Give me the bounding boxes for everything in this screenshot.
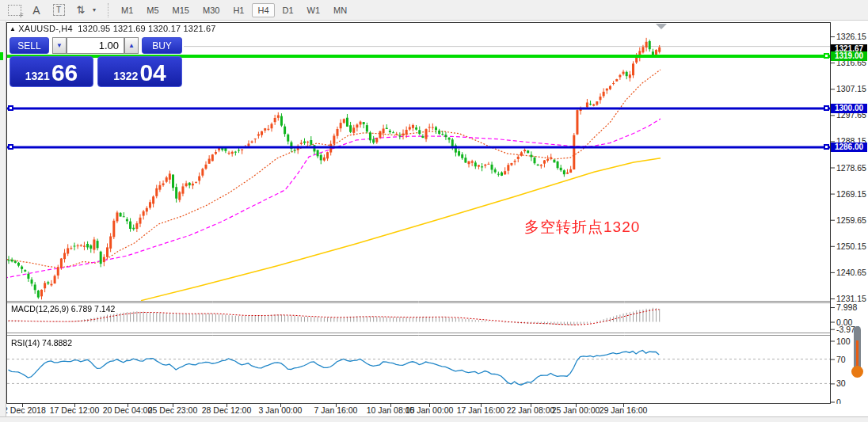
timeframe-button-d1[interactable]: D1: [277, 3, 299, 17]
buy-price-big: 04: [139, 59, 166, 86]
volume-increase-button[interactable]: ▲: [124, 37, 139, 54]
buy-price-box[interactable]: 1322 04: [97, 56, 182, 87]
toolbar-separator: [108, 3, 109, 17]
sell-price-small: 1321: [25, 70, 50, 82]
symbol-arrow-icon: ▲: [10, 25, 16, 32]
ohlc-quote: 1320.95 1321.69 1320.17 1321.67: [78, 24, 215, 33]
sell-price-big: 66: [51, 59, 78, 86]
grid-snap-icon[interactable]: F: [6, 2, 22, 18]
text-label-icon[interactable]: A: [29, 2, 44, 18]
chart-annotation-text: 多空转折点1320: [524, 217, 640, 238]
mt4-window: 1326.151316.651307.151297.651288.151278.…: [0, 0, 868, 422]
sell-price-box[interactable]: 1321 66: [10, 56, 93, 87]
volume-decrease-button[interactable]: ▼: [52, 37, 67, 54]
timeframe-button-w1[interactable]: W1: [302, 3, 326, 17]
timeframe-button-mn[interactable]: MN: [328, 3, 352, 17]
sell-button[interactable]: SELL: [10, 37, 49, 54]
chart-shift-marker-icon[interactable]: [656, 24, 667, 29]
timeframe-button-m15[interactable]: M15: [167, 3, 195, 17]
macd-indicator-label: MACD(12,26,9) 6.789 7.142: [11, 304, 115, 314]
buy-price-small: 1322: [113, 70, 138, 82]
text-box-icon[interactable]: T: [51, 2, 67, 18]
volume-input[interactable]: [67, 37, 124, 54]
one-click-trading-panel: SELL ▼ ▲ BUY 1321 66 1322 04: [10, 37, 182, 87]
timeframe-button-m30[interactable]: M30: [197, 3, 225, 17]
rsi-indicator-label: RSI(14) 74.8882: [11, 338, 72, 348]
toolbar: F A T ⇅ ▾ M1M5M15M30H1H4D1W1MN: [0, 0, 868, 21]
chart-title: ▲XAUUSD-,H4 1320.95 1321.69 1320.17 1321…: [10, 24, 216, 33]
timeframe-button-h4[interactable]: H4: [252, 3, 274, 17]
cursor-mode-icon[interactable]: ⇅: [73, 2, 89, 18]
buy-button[interactable]: BUY: [142, 37, 182, 54]
line-handle[interactable]: [824, 105, 829, 111]
dropdown-caret-icon[interactable]: ▾: [90, 2, 98, 18]
line-handle[interactable]: [8, 105, 13, 111]
line-handle[interactable]: [824, 144, 829, 150]
line-handle[interactable]: [8, 144, 13, 150]
timeframe-button-h1[interactable]: H1: [227, 3, 249, 17]
thermometer-icon: [851, 326, 865, 383]
symbol-period: XAUUSD-,H4: [18, 24, 73, 33]
line-handle[interactable]: [824, 53, 829, 59]
timeframe-button-m5[interactable]: M5: [141, 3, 164, 17]
line-handle[interactable]: [0, 52, 3, 60]
timeframe-button-m1[interactable]: M1: [116, 3, 139, 17]
